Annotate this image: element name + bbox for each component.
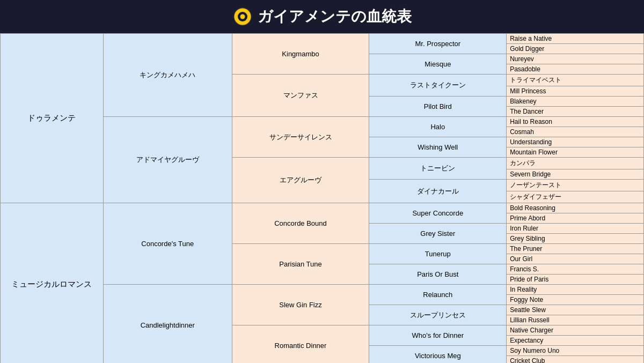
gen4-cell: Wishing Well [369,137,507,158]
gen4-cell: Halo [369,117,507,137]
gen5-cell: Severn Bridge [507,169,644,180]
pedigree-table: ドゥラメンテキングカメハメハKingmamboMr. ProspectorRai… [0,33,644,363]
gen3-cell: Concorde Bound [232,203,369,244]
gen5-cell: Pasadoble [507,64,644,75]
gen2-cell: Concorde's Tune [103,203,232,285]
gen3-cell: マンファス [232,75,369,117]
gen2-cell: アドマイヤグルーヴ [103,117,232,203]
gen5-cell: トライマイベスト [507,75,644,86]
gen5-cell: Pride of Paris [507,275,644,285]
gen4-cell: Mr. Prospector [369,34,507,54]
gen5-cell: Lillian Russell [507,315,644,325]
gen5-cell: Seattle Slew [507,305,644,315]
gen5-cell: Grey Sibling [507,234,644,244]
gen4-cell: Tunerup [369,244,507,264]
gen5-cell: The Pruner [507,244,644,254]
gen5-cell: カンパラ [507,158,644,169]
gen4-cell: トニービン [369,158,507,180]
gen5-cell: The Dancer [507,107,644,117]
gen3-cell: エアグルーヴ [232,158,369,203]
gen5-cell: Gold Digger [507,44,644,54]
gen3-cell: Kingmambo [232,34,369,75]
gen4-cell: Grey Sister [369,224,507,244]
gen5-cell: Cosmah [507,127,644,137]
gen5-cell: Raise a Native [507,34,644,44]
page-title: ガイアメンテの血統表 [258,6,412,27]
gen4-cell: ダイナカール [369,180,507,203]
gen5-cell: シャダイフェザー [507,191,644,203]
gen5-cell: Prime Abord [507,213,644,224]
gen4-cell: Victorious Meg [369,346,507,364]
gen5-cell: Our Girl [507,254,644,264]
gen4-cell: スループリンセス [369,305,507,325]
gen2-cell: キングカメハメハ [103,34,232,117]
gen5-cell: Bold Reasoning [507,203,644,213]
gen4-cell: Miesque [369,54,507,75]
gen1-cell: ミュージカルロマンス [1,203,104,364]
gen5-cell: Nureyev [507,54,644,64]
gen5-cell: Native Charger [507,325,644,336]
gen5-cell: Cricket Club [507,356,644,364]
gen5-cell: Soy Numero Uno [507,346,644,356]
gen1-cell: ドゥラメンテ [1,34,104,203]
gen5-cell: Blakeney [507,97,644,107]
pedigree-table-container: ドゥラメンテキングカメハメハKingmamboMr. ProspectorRai… [0,33,644,363]
gen4-cell: Who's for Dinner [369,325,507,346]
gen4-cell: Super Concorde [369,203,507,224]
gen5-cell: Foggy Note [507,295,644,305]
gen5-cell: Mill Princess [507,86,644,97]
gen4-cell: Paris Or Bust [369,264,507,285]
gen5-cell: Expectancy [507,336,644,346]
gen5-cell: In Reality [507,285,644,295]
gen3-cell: Romantic Dinner [232,325,369,364]
gen3-cell: Parisian Tune [232,244,369,285]
gen3-cell: サンデーサイレンス [232,117,369,158]
gen5-cell: Mountain Flower [507,147,644,158]
gen5-cell: Hail to Reason [507,117,644,127]
gen5-cell: Understanding [507,137,644,147]
gen4-cell: Relaunch [369,285,507,305]
gen5-cell: Francis S. [507,264,644,275]
svg-point-2 [240,14,245,19]
page-wrapper: ガイアメンテの血統表 ドゥラメンテキングカメハメハKingmamboMr. Pr… [0,0,644,363]
gen3-cell: Slew Gin Fizz [232,285,369,325]
page-header: ガイアメンテの血統表 [0,0,644,33]
spaia-logo-header-icon [233,7,252,26]
gen5-cell: Iron Ruler [507,224,644,234]
gen4-cell: Pilot Bird [369,97,507,117]
gen4-cell: ラストタイクーン [369,75,507,97]
gen2-cell: Candlelightdinner [103,285,232,364]
gen5-cell: ノーザンテースト [507,180,644,191]
